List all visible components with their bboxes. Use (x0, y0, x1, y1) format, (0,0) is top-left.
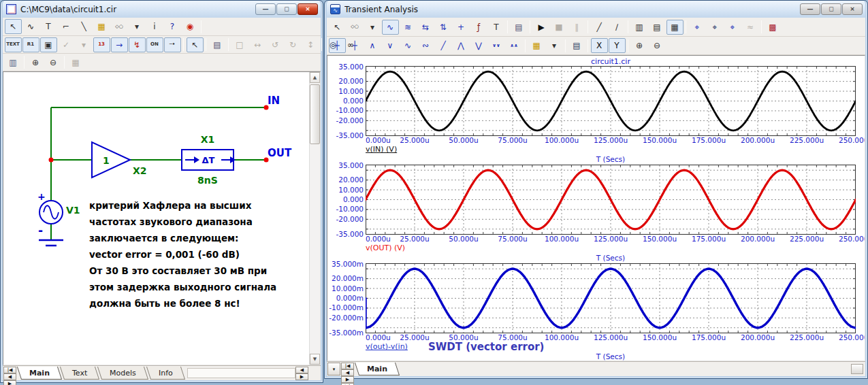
schematic-annotation-text[interactable]: критерий Хафлера на высшихчастотах звуко… (89, 197, 276, 312)
buffer-symbol[interactable] (92, 142, 130, 178)
text-tool[interactable]: T (40, 19, 57, 34)
tab-nav-button[interactable]: ▶ (3, 380, 16, 385)
cursor-mode-button[interactable]: ≋ (400, 20, 417, 35)
tab-dropdown-button[interactable]: ▾ (327, 363, 340, 375)
tab-nav-button[interactable]: |◀ (3, 367, 16, 373)
tab-nav-button[interactable]: |◀ (341, 363, 354, 369)
shapes-tool[interactable]: ◇○ (111, 19, 128, 34)
minimize-button[interactable]: — (800, 3, 820, 15)
component-tool[interactable]: ▦ (93, 19, 110, 34)
scrollbar-track[interactable] (310, 83, 320, 354)
waveform-buffer-button[interactable]: ▦ (528, 38, 545, 53)
waveform-buffer-dropdown[interactable]: ▾ (546, 38, 563, 53)
low-button[interactable]: ∾ (417, 38, 434, 53)
auto-scale-x-button[interactable]: X (591, 38, 608, 53)
scroll-down-button[interactable]: ▼ (310, 354, 320, 365)
close-button[interactable]: × (842, 3, 863, 15)
plot-area[interactable]: circuit1.cir35.00020.00010.0000.000-10.0… (327, 55, 865, 361)
high-button[interactable]: ∿ (400, 38, 417, 53)
power-display-toggle[interactable]: ↯ (129, 37, 146, 52)
enable-disable-tool[interactable]: ◉ (182, 19, 199, 34)
current-display-toggle[interactable]: → (111, 37, 128, 52)
tile-windows-button[interactable]: ▥ (5, 55, 22, 70)
tab-text[interactable]: Text (60, 367, 99, 380)
wire-mode-tool[interactable]: ∿ (22, 19, 39, 34)
polyline-tool[interactable]: ∕ (609, 20, 626, 35)
restore-button[interactable]: ◻ (821, 3, 841, 15)
shapes-dropdown[interactable]: ▾ (364, 20, 381, 35)
signal-label[interactable]: v(out)-v(in) (366, 342, 408, 351)
schematic-canvas[interactable]: 1 X2 ΔT X1 8nS + - V1 (3, 71, 321, 365)
find-part-button[interactable]: ◎ (325, 37, 342, 52)
tag-vertical-button[interactable]: ⌖ (707, 20, 724, 35)
zoom-out-button[interactable]: ⊖ (649, 38, 666, 53)
plot-3[interactable] (366, 263, 856, 333)
line-tool[interactable]: ╱ (591, 20, 608, 35)
signal-label[interactable]: v(OUT) (V) (366, 244, 405, 252)
inflection-button[interactable]: ╱ (435, 38, 452, 53)
select-arrow-mode[interactable]: ↖ (187, 37, 204, 52)
titlebar[interactable]: C:\MC9\data\circuit1.cir —◻× (3, 1, 321, 18)
next-valley-button[interactable]: ⋁ (470, 38, 487, 53)
zoom-out-button[interactable]: ⊖ (45, 55, 62, 70)
tab-main[interactable]: Main (355, 363, 400, 375)
info-tool[interactable]: i (146, 19, 163, 34)
horizontal-scrollbar-thumb[interactable] (851, 364, 863, 374)
tab-nav-button[interactable]: ▶ (341, 376, 354, 383)
properties-button[interactable]: ▤ (209, 37, 226, 52)
text-display-toggle[interactable]: TEXT (5, 37, 22, 52)
ground-symbol[interactable] (39, 240, 63, 246)
help-mode-tool[interactable]: ? (164, 19, 181, 34)
tab-nav-button[interactable]: ▶ (295, 373, 308, 380)
point-tag-button[interactable]: + (453, 20, 470, 35)
zoom-in-button[interactable]: ⊕ (631, 38, 648, 53)
pin-connections-toggle[interactable]: ─• (164, 37, 181, 52)
node-voltages-toggle[interactable]: 13 (93, 37, 110, 52)
horizontal-tag-button[interactable]: ⇆ (417, 20, 434, 35)
select-tool[interactable]: ↖ (5, 19, 22, 34)
search-button[interactable]: ∞ (342, 37, 359, 52)
ortho-wire-tool[interactable]: ⌐ (58, 19, 75, 34)
numeric-output-button[interactable]: ▤ (568, 38, 585, 53)
global-high-button[interactable]: ∧∧ (506, 38, 523, 53)
tab-nav-button[interactable]: ◀ (341, 369, 354, 376)
restore-button[interactable]: ◻ (276, 3, 297, 15)
plot-annotation[interactable]: SWDT (vector error) (428, 341, 545, 353)
tab-nav-button[interactable]: ◀ (295, 367, 308, 373)
line-tool[interactable]: ╲ (76, 19, 93, 34)
scrollbar-thumb[interactable] (310, 84, 320, 144)
vertical-scrollbar[interactable]: ▲ ▼ (309, 72, 320, 365)
tab-models[interactable]: Models (97, 367, 148, 380)
tab-info[interactable]: Info (146, 367, 185, 380)
minimize-button[interactable]: — (255, 3, 276, 15)
attribute-display-toggle[interactable]: R1 (22, 37, 39, 52)
next-peak-button[interactable]: ⋀ (453, 38, 470, 53)
text-tool[interactable]: T (488, 20, 505, 35)
plot-2[interactable] (366, 165, 856, 235)
zoom-in-button[interactable]: ⊕ (27, 55, 44, 70)
tag-horizontal-button[interactable]: ⌖ (689, 20, 706, 35)
state-display-toggle[interactable]: ON (146, 37, 163, 52)
plot-1[interactable] (366, 66, 856, 136)
valley-button[interactable]: ∨ (382, 38, 399, 53)
tab-nav-button[interactable]: ◀ (3, 373, 16, 380)
scroll-up-button[interactable]: ▲ (310, 72, 320, 83)
titlebar[interactable]: ∿ Transient Analysis —◻× (327, 1, 865, 18)
scale-mode-button[interactable]: ∿ (382, 20, 399, 35)
signal-label[interactable]: v(IN) (V) (366, 145, 397, 154)
properties-button[interactable]: ▤ (511, 20, 528, 35)
shapes-dropdown[interactable]: ▾ (129, 19, 146, 34)
peak-button[interactable]: ∧ (364, 38, 381, 53)
function-tag-button[interactable]: ƒ (470, 20, 487, 35)
grid-horizontal-button[interactable]: ▤ (649, 20, 666, 35)
shapes-tool[interactable]: ◇○ (347, 20, 364, 35)
grid-dots-button[interactable]: ▦ (666, 20, 684, 35)
performance-plot-button[interactable]: ▩ (765, 20, 782, 35)
select-tool[interactable]: ↖ (329, 20, 346, 35)
grid-vertical-button[interactable]: ▥ (631, 20, 648, 35)
vertical-tag-button[interactable]: ⇅ (435, 20, 452, 35)
close-button[interactable]: × (298, 3, 318, 15)
tag-both-button[interactable]: ⌖ (724, 20, 741, 35)
tab-main[interactable]: Main (17, 367, 62, 380)
auto-scale-y-button[interactable]: Y (609, 38, 626, 53)
